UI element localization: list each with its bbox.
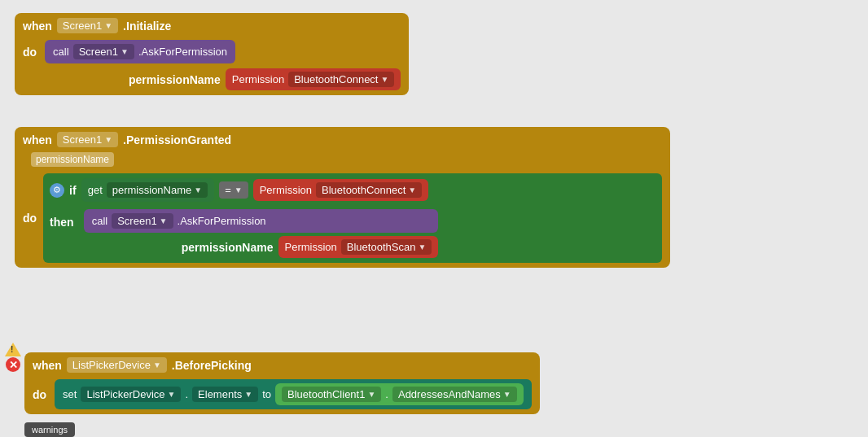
permission-bluetooth-2: Permission BluetoothConnect ▼ [253,179,429,201]
screen1-dropdown-1[interactable]: ▼ [104,21,112,30]
addresses-names-dropdown[interactable]: ▼ [503,390,511,399]
permission-label-1: Permission [232,73,284,85]
bluetooth-connect-pill-2[interactable]: BluetoothConnect ▼ [316,182,422,198]
permission-granted-label: .PermissionGranted [123,133,231,146]
warnings-tooltip: warnings [24,422,75,437]
screen1-dropdown-2[interactable]: ▼ [104,135,112,144]
call-label-2: call [92,215,108,227]
elements-pill[interactable]: Elements ▼ [192,387,258,402]
if-block: ⚙ if get permissionName ▼ = [43,173,662,263]
workspace: when Screen1 ▼ .Initialize do call Scree… [7,7,861,437]
list-picker2-dropdown[interactable]: ▼ [168,390,176,399]
then-label: then [50,216,74,229]
gear-icon-if[interactable]: ⚙ [50,183,64,198]
when-label-3: when [33,359,62,372]
dot2-label: . [385,388,388,400]
get-permission-block: get permissionName ▼ [81,178,215,202]
permission-label-scan: Permission [285,241,337,253]
permission-bluetooth-scan: Permission BluetoothScan ▼ [278,236,439,258]
call-ask-permission-2: call Screen1 ▼ .AskForPermission [84,209,439,233]
screen1b-dropdown-2[interactable]: ▼ [160,216,168,225]
list-picker-dropdown[interactable]: ▼ [153,361,161,369]
bluetooth-client-pill[interactable]: BluetoothClient1 ▼ [282,387,381,402]
when-label-1: when [23,20,52,33]
bluetooth-connect-dropdown-2[interactable]: ▼ [408,186,416,194]
bluetooth-scan-pill[interactable]: BluetoothScan ▼ [341,239,432,255]
initialize-label: .Initialize [123,20,171,33]
screen1b-pill-2[interactable]: Screen1 ▼ [112,213,173,229]
warning-error-group: ! ✕ [5,343,21,372]
block-initialize: when Screen1 ▼ .Initialize do call Scree… [15,13,409,95]
screen1b-pill-1[interactable]: Screen1 ▼ [73,44,134,59]
list-picker2-pill[interactable]: ListPickerDevice ▼ [81,387,181,402]
list-picker-pill[interactable]: ListPickerDevice ▼ [67,357,167,373]
permission-name-param: permissionName [31,152,114,167]
block-before-picking: ! ✕ when ListPickerDevice ▼ .BeforePicki… [7,352,540,414]
do-label-3: do [33,388,46,401]
get-label: get [88,184,103,196]
elements-dropdown[interactable]: ▼ [244,390,252,399]
permission-label-2: Permission [260,184,312,196]
error-badge-icon[interactable]: ✕ [6,357,20,372]
equals-block: = ▼ [219,181,248,199]
call-ask-permission-1: call Screen1 ▼ .AskForPermission [45,40,235,63]
addresses-names-pill[interactable]: AddressesAndNames ▼ [392,387,517,402]
permission-name-row-2: permissionName [182,241,274,254]
bluetooth-connect-dropdown-1[interactable]: ▼ [380,75,388,84]
bluetooth-addresses-block: BluetoothClient1 ▼ . AddressesAndNames ▼ [275,383,524,405]
bluetooth-client-dropdown[interactable]: ▼ [367,390,375,399]
set-elements-block: set ListPickerDevice ▼ . Elements ▼ to [55,379,532,409]
get-permission-dropdown[interactable]: ▼ [194,186,202,194]
get-permission-pill[interactable]: permissionName ▼ [107,182,208,198]
screen1-pill-1[interactable]: Screen1 ▼ [57,18,118,33]
when-label-2: when [23,133,52,146]
do-label-1: do [23,46,37,59]
screen1b-dropdown-1[interactable]: ▼ [121,47,129,56]
before-picking-label: .BeforePicking [172,359,252,372]
call-label-1: call [53,46,69,58]
ask-permission-label-2: .AskForPermission [178,215,266,227]
do-label-2: do [23,212,37,225]
bluetooth-connect-pill-1[interactable]: BluetoothConnect ▼ [288,72,394,87]
equals-dropdown[interactable]: ▼ [235,186,243,194]
warning-triangle-icon: ! [5,343,21,356]
bluetooth-scan-dropdown[interactable]: ▼ [418,243,426,251]
screen1-pill-2[interactable]: Screen1 ▼ [57,132,118,147]
to-label: to [262,388,271,400]
if-label: if [69,184,77,197]
permission-name-row-1: permissionName [129,73,221,86]
dot-label: . [185,388,188,400]
block-permission-granted: when Screen1 ▼ .PermissionGranted permis… [15,127,670,268]
permission-bluetooth-1: Permission BluetoothConnect ▼ [226,68,401,90]
set-label: set [63,388,77,400]
ask-permission-label-1: .AskForPermission [138,46,227,58]
